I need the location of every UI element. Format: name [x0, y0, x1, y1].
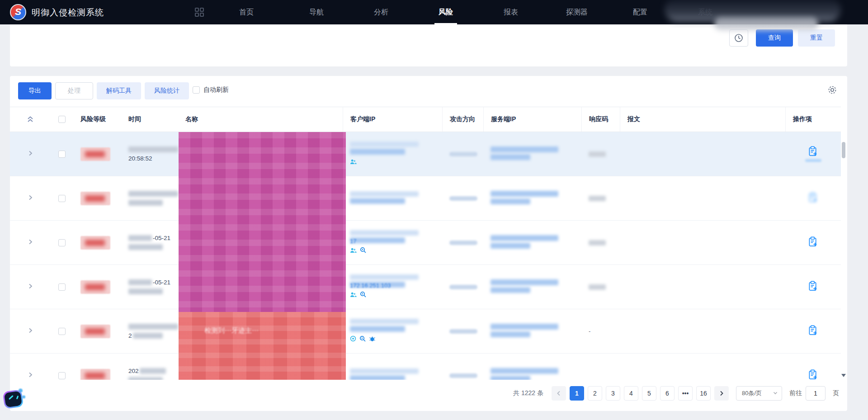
search-icon[interactable] [359, 335, 366, 344]
server-ip-line [491, 286, 581, 293]
add-to-report-button[interactable] [808, 236, 818, 249]
nav-item-2[interactable]: 导航 [309, 0, 324, 24]
search-icon[interactable] [360, 247, 366, 255]
column-settings-gear-icon[interactable] [827, 85, 837, 97]
redacted-direction [449, 329, 477, 334]
page-size-select[interactable]: 80条/页 [736, 386, 782, 401]
users-icon[interactable] [350, 158, 357, 166]
auto-refresh-toggle[interactable]: 自动刷新 [193, 86, 229, 94]
clipboard-plus-icon [808, 146, 818, 158]
nav-item-4[interactable]: 风险 [439, 0, 453, 24]
users-icon[interactable] [350, 247, 357, 255]
operations-cell [785, 354, 841, 380]
page-button-5[interactable]: 5 [642, 386, 656, 401]
client-ip-fragment: 17 [350, 238, 356, 245]
redacted-text-line [128, 146, 178, 152]
clipboard-plus-icon [808, 236, 818, 249]
target-icon[interactable] [350, 335, 356, 344]
server-ip-cell [483, 176, 581, 220]
attack-direction-cell [442, 132, 483, 176]
nav-item-3[interactable]: 分析 [374, 0, 388, 24]
bug-icon[interactable] [369, 335, 376, 344]
row-expand-chevron-icon[interactable] [27, 371, 34, 380]
row-expand-chevron-icon[interactable] [27, 283, 34, 292]
page-button-16[interactable]: 16 [696, 386, 711, 401]
redacted-text-line [350, 237, 405, 243]
risk-level-cell [73, 265, 121, 309]
reset-button[interactable]: 重置 [798, 29, 835, 47]
page-button-2[interactable]: 2 [588, 386, 602, 401]
nav-item-5[interactable]: 报表 [504, 0, 518, 24]
redacted-text-line [350, 191, 419, 197]
redacted-direction [449, 152, 477, 156]
prev-page-button[interactable] [552, 386, 566, 401]
time-fragment: 2 [128, 332, 132, 339]
process-button[interactable]: 处理 [55, 82, 93, 99]
time-range-button[interactable] [729, 29, 748, 47]
goto-page-input[interactable] [806, 386, 826, 401]
row-expand-chevron-icon[interactable] [27, 150, 34, 159]
table-row: 202 [10, 354, 841, 380]
search-icon[interactable] [360, 291, 366, 299]
auto-refresh-checkbox[interactable] [193, 86, 200, 94]
collapse-all-header-cell [10, 107, 51, 132]
double-chevron-up-icon[interactable] [27, 115, 34, 124]
add-to-report-button[interactable] [808, 325, 818, 337]
client-ip-icons [350, 158, 442, 166]
page-button-4[interactable]: 4 [624, 386, 638, 401]
nav-item-7[interactable]: 配置 [633, 0, 647, 24]
page-button-3[interactable]: 3 [606, 386, 620, 401]
select-all-checkbox[interactable] [58, 116, 66, 123]
expand-cell [10, 132, 51, 176]
row-checkbox[interactable] [58, 328, 66, 335]
row-expand-chevron-icon[interactable] [27, 238, 34, 247]
client-ip-line [350, 375, 442, 380]
table-scrollbar[interactable] [841, 132, 846, 380]
server-ip-cell [483, 132, 581, 176]
redacted-text-line [350, 326, 405, 332]
scroll-down-arrow-icon[interactable] [841, 374, 846, 377]
row-checkbox[interactable] [58, 151, 66, 158]
response-code-cell [581, 221, 620, 264]
row-checkbox[interactable] [58, 239, 66, 246]
time-fragment: -05-21 [153, 279, 170, 286]
row-checkbox[interactable] [58, 283, 66, 291]
next-page-button[interactable] [714, 386, 729, 401]
table-row: -05-2117 [10, 221, 841, 265]
operations-cell [785, 221, 841, 264]
add-to-report-button[interactable] [808, 192, 818, 204]
server-ip-cell [483, 354, 581, 380]
goto-label: 前往 [789, 389, 802, 397]
nav-item-1[interactable]: 首页 [239, 0, 254, 24]
client-ip-fragment: 172.16.251.103 [350, 282, 391, 289]
row-expand-chevron-icon[interactable] [27, 194, 34, 203]
add-to-report-button[interactable] [808, 369, 818, 380]
decode-tool-button[interactable]: 解码工具 [97, 82, 141, 99]
row-checkbox[interactable] [58, 195, 66, 202]
redacted-text-line [128, 191, 178, 197]
users-icon[interactable] [350, 291, 357, 299]
client-ip-cell [343, 354, 442, 380]
select-all-header-cell [51, 107, 73, 132]
redacted-text-line [491, 243, 530, 249]
export-button[interactable]: 导出 [18, 82, 52, 99]
row-checkbox[interactable] [58, 372, 66, 379]
redacted-text-line [140, 368, 166, 374]
packet-cell [620, 265, 785, 309]
query-button[interactable]: 查询 [756, 29, 793, 47]
apps-grid-icon[interactable] [194, 7, 204, 19]
assistant-mascot[interactable] [2, 387, 25, 411]
column-header-9: 操作项 [785, 107, 841, 132]
scrollbar-thumb[interactable] [842, 142, 845, 158]
risk-stats-button[interactable]: 风险统计 [145, 82, 189, 99]
row-expand-chevron-icon[interactable] [27, 327, 34, 336]
client-ip-line [350, 198, 442, 205]
page-button-1[interactable]: 1 [570, 386, 584, 401]
nav-item-6[interactable]: 探测器 [566, 0, 588, 24]
add-to-report-button[interactable] [805, 146, 821, 162]
expand-cell [10, 265, 51, 309]
table-row [10, 176, 841, 221]
page-button-6[interactable]: 6 [660, 386, 675, 401]
redacted-risk-level [80, 147, 110, 161]
add-to-report-button[interactable] [808, 281, 818, 293]
